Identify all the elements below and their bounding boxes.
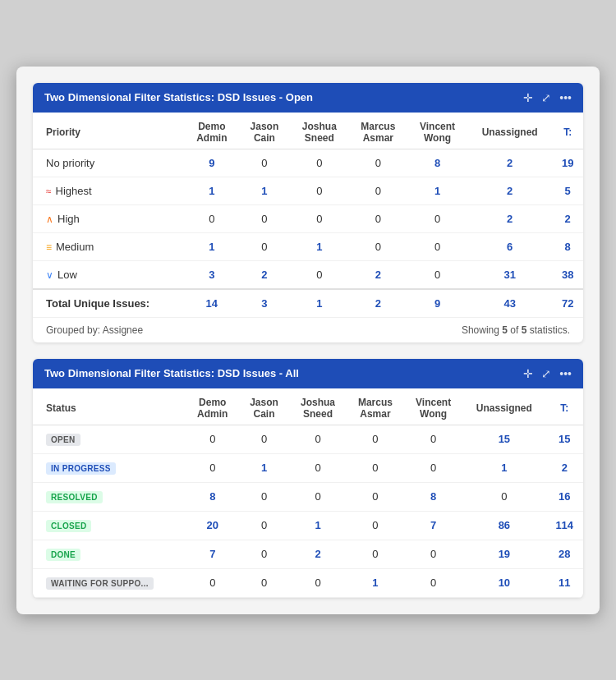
- cell-value[interactable]: 0: [290, 177, 348, 204]
- cell-value[interactable]: 20: [186, 511, 239, 540]
- cell-value[interactable]: 0: [347, 540, 404, 568]
- cell-value[interactable]: 0: [239, 204, 290, 232]
- more-icon-2[interactable]: •••: [559, 367, 572, 380]
- cell-value[interactable]: 0: [349, 149, 407, 177]
- status-badge[interactable]: DONE: [46, 549, 80, 561]
- cell-value[interactable]: 0: [347, 453, 404, 482]
- status-badge[interactable]: CLOSED: [46, 520, 91, 532]
- status-badge[interactable]: RESOLVED: [46, 491, 103, 503]
- cell-value[interactable]: 7: [404, 511, 462, 540]
- cell-value[interactable]: 0: [239, 425, 289, 453]
- cell-value[interactable]: 0: [290, 260, 348, 289]
- cell-value[interactable]: 0: [186, 425, 239, 453]
- cell-value[interactable]: 0: [239, 540, 289, 568]
- cell-value[interactable]: 0: [347, 482, 404, 511]
- cell-value[interactable]: 0: [347, 425, 404, 453]
- grand-total[interactable]: 72: [552, 289, 583, 317]
- cell-value[interactable]: 0: [185, 204, 239, 232]
- total-value[interactable]: 3: [239, 289, 290, 317]
- move-icon[interactable]: ✛: [523, 91, 533, 104]
- cell-value[interactable]: 8: [186, 482, 239, 511]
- cell-value[interactable]: 2: [349, 260, 407, 289]
- cell-value[interactable]: 0: [290, 204, 348, 232]
- widget-title-open: Two Dimensional Filter Statistics: DSD I…: [44, 91, 313, 103]
- cell-value[interactable]: 8: [407, 149, 467, 177]
- cell-value[interactable]: 1: [462, 453, 545, 482]
- cell-value[interactable]: 2: [239, 260, 290, 289]
- cell-value[interactable]: 1: [239, 177, 290, 204]
- cell-value[interactable]: 0: [239, 511, 289, 540]
- cell-value[interactable]: 0: [289, 425, 347, 453]
- cell-value[interactable]: 10: [462, 568, 545, 597]
- row-total[interactable]: 19: [552, 149, 583, 177]
- cell-value[interactable]: 1: [185, 177, 239, 204]
- row-total[interactable]: 5: [552, 177, 583, 204]
- cell-value[interactable]: 1: [289, 511, 347, 540]
- cell-value[interactable]: 2: [467, 149, 553, 177]
- row-total[interactable]: 16: [546, 482, 584, 511]
- cell-value[interactable]: 1: [185, 232, 239, 260]
- cell-value[interactable]: 0: [289, 568, 347, 597]
- widget-actions-all: ✛ ⤢ •••: [523, 367, 572, 380]
- cell-value[interactable]: 7: [186, 540, 239, 568]
- row-total[interactable]: 8: [552, 232, 583, 260]
- cell-value[interactable]: 0: [289, 453, 347, 482]
- cell-value[interactable]: 0: [349, 232, 407, 260]
- cell-value[interactable]: 0: [462, 482, 545, 511]
- cell-value[interactable]: 0: [289, 482, 347, 511]
- cell-value[interactable]: 0: [349, 177, 407, 204]
- cell-value[interactable]: 2: [467, 177, 553, 204]
- cell-value[interactable]: 1: [239, 453, 289, 482]
- cell-value[interactable]: 0: [186, 568, 239, 597]
- expand-icon[interactable]: ⤢: [541, 91, 551, 104]
- cell-value[interactable]: 6: [467, 232, 553, 260]
- total-value[interactable]: 14: [185, 289, 239, 317]
- cell-value[interactable]: 15: [462, 425, 545, 453]
- cell-value[interactable]: 0: [239, 149, 290, 177]
- cell-value[interactable]: 0: [407, 232, 467, 260]
- row-total[interactable]: 15: [546, 425, 584, 453]
- cell-value[interactable]: 1: [347, 568, 404, 597]
- row-total[interactable]: 2: [552, 204, 583, 232]
- cell-value[interactable]: 0: [404, 540, 462, 568]
- more-icon[interactable]: •••: [559, 91, 572, 104]
- cell-value[interactable]: 0: [407, 204, 467, 232]
- showing-count: Showing 5 of 5 statistics.: [462, 324, 570, 336]
- cell-value[interactable]: 8: [404, 482, 462, 511]
- cell-value[interactable]: 0: [349, 204, 407, 232]
- cell-value[interactable]: 0: [407, 260, 467, 289]
- cell-value[interactable]: 19: [462, 540, 545, 568]
- status-badge[interactable]: OPEN: [46, 434, 80, 446]
- row-total[interactable]: 11: [546, 568, 584, 597]
- status-badge[interactable]: IN PROGRESS: [46, 462, 116, 475]
- total-value[interactable]: 2: [349, 289, 407, 317]
- expand-icon-2[interactable]: ⤢: [541, 367, 551, 380]
- cell-value[interactable]: 0: [404, 425, 462, 453]
- move-icon-2[interactable]: ✛: [523, 367, 533, 380]
- cell-value[interactable]: 0: [290, 149, 348, 177]
- cell-value[interactable]: 0: [239, 482, 289, 511]
- priority-label: No priority: [33, 149, 185, 177]
- cell-value[interactable]: 2: [467, 204, 553, 232]
- total-value[interactable]: 9: [407, 289, 467, 317]
- status-badge[interactable]: WAITING FOR SUPPO...: [46, 577, 154, 590]
- cell-value[interactable]: 3: [185, 260, 239, 289]
- cell-value[interactable]: 0: [239, 568, 289, 597]
- cell-value[interactable]: 0: [404, 568, 462, 597]
- cell-value[interactable]: 9: [185, 149, 239, 177]
- cell-value[interactable]: 1: [407, 177, 467, 204]
- row-total[interactable]: 38: [552, 260, 583, 289]
- cell-value[interactable]: 0: [347, 511, 404, 540]
- cell-value[interactable]: 2: [289, 540, 347, 568]
- cell-value[interactable]: 0: [239, 232, 290, 260]
- cell-value[interactable]: 86: [462, 511, 545, 540]
- cell-value[interactable]: 1: [290, 232, 348, 260]
- total-value[interactable]: 43: [467, 289, 553, 317]
- row-total[interactable]: 28: [546, 540, 584, 568]
- total-value[interactable]: 1: [290, 289, 348, 317]
- cell-value[interactable]: 31: [467, 260, 553, 289]
- cell-value[interactable]: 0: [404, 453, 462, 482]
- row-total[interactable]: 114: [546, 511, 584, 540]
- cell-value[interactable]: 0: [186, 453, 239, 482]
- row-total[interactable]: 2: [546, 453, 584, 482]
